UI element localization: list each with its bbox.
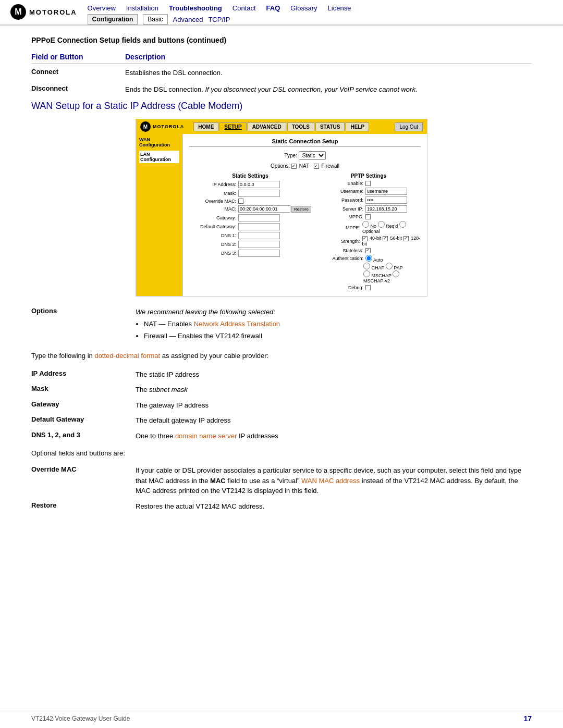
nav-overview[interactable]: Overview	[88, 4, 116, 12]
override-mac-checkbox[interactable]	[238, 199, 243, 204]
brand-name: MOTOROLA	[29, 8, 77, 16]
static-dns3-row: DNS 3:	[189, 250, 311, 257]
wan-mac-link[interactable]: WAN MAC address	[301, 477, 360, 485]
dns-label: DNS 1, 2, and 3	[31, 431, 136, 439]
options-italic: We recommend leaving the following selec…	[136, 308, 275, 316]
auth-mschap-radio[interactable]	[363, 270, 370, 277]
mppe-reqd-radio[interactable]	[378, 221, 385, 228]
router-btn-help[interactable]: HELP	[346, 122, 369, 131]
mppc-checkbox[interactable]	[365, 214, 371, 219]
nav-troubleshooting[interactable]: Troubleshooting	[169, 4, 222, 12]
motorola-m-icon: M	[10, 4, 26, 20]
footer-left: VT2142 Voice Gateway User Guide	[31, 715, 130, 722]
strength-40-checkbox[interactable]	[362, 236, 368, 241]
strength-options: 40-bit 56-bit 128-bit	[362, 236, 421, 246]
dns-row: DNS 1, 2, and 3 One to three domain name…	[31, 431, 532, 441]
pptp-auth-row: Authentication: Auto CHAP PAP MSCHAP	[316, 255, 421, 283]
firewall-checkbox[interactable]	[314, 164, 319, 169]
pptp-pass-label: Password:	[316, 198, 363, 203]
auth-row3: MSCHAP MSCHAP-v2	[363, 270, 421, 283]
sidebar-lan-config[interactable]: LAN Configuration	[139, 151, 179, 163]
static-dns3-input[interactable]	[238, 250, 280, 257]
nav-contact[interactable]: Contact	[232, 4, 256, 12]
router-logout-btn[interactable]: Log Out	[395, 122, 423, 131]
pptp-strength-row: Strength: 40-bit 56-bit 128-bit	[316, 236, 421, 246]
static-dns2-row: DNS 2:	[189, 241, 311, 248]
static-gateway-input[interactable]	[238, 214, 280, 221]
type-select[interactable]: Static	[299, 151, 326, 160]
pptp-enable-checkbox[interactable]	[365, 181, 371, 186]
dns-link[interactable]: domain name server	[175, 432, 237, 440]
stateless-checkbox[interactable]	[365, 248, 371, 253]
pptp-settings-title: PPTP Settings	[316, 173, 421, 179]
type-paragraph: Type the following in dotted-decimal for…	[31, 351, 532, 361]
strength-56-checkbox[interactable]	[383, 236, 388, 241]
debug-checkbox[interactable]	[365, 285, 371, 290]
auth-auto-radio[interactable]	[365, 255, 372, 262]
nav-tab-tcpip[interactable]: TCP/IP	[208, 16, 230, 23]
auth-chap-radio[interactable]	[363, 263, 370, 269]
static-dns3-label: DNS 3:	[189, 251, 236, 256]
router-btn-tools[interactable]: TOOLS	[287, 122, 314, 131]
pptp-user-input[interactable]	[365, 188, 407, 195]
auth-options: Auto	[365, 255, 383, 263]
static-ip-input[interactable]	[238, 181, 280, 188]
page-content: PPPoE Connection Setup fields and button…	[0, 26, 563, 540]
dns-desc: One to three domain name server IP addre…	[136, 431, 278, 441]
static-settings-title: Static Settings	[189, 173, 311, 179]
nav-faq[interactable]: FAQ	[266, 4, 280, 12]
nat-checkbox[interactable]	[291, 164, 297, 169]
static-dns2-input[interactable]	[238, 241, 280, 248]
nav-tab-advanced[interactable]: Advanced	[173, 16, 203, 23]
override-mac-row: Override MAC If your cable or DSL provid…	[31, 465, 532, 496]
field-table-header: Field or Button Description	[31, 53, 532, 64]
strength-128-checkbox[interactable]	[403, 236, 409, 241]
auth-pap-radio[interactable]	[386, 263, 393, 269]
gateway-row: Gateway The gateway IP address	[31, 400, 532, 411]
static-override-label: Override MAC:	[189, 199, 236, 204]
disconnect-desc-plain: Ends the DSL connection.	[125, 85, 205, 93]
override-mac-desc: If your cable or DSL provider associates…	[136, 465, 532, 496]
dotted-decimal-link[interactable]: dotted-decimal format	[94, 352, 160, 360]
auth-mschapv2-radio[interactable]	[393, 270, 399, 277]
mppe-optional-radio[interactable]	[399, 221, 406, 228]
nav-tab-configuration[interactable]: Configuration	[88, 14, 138, 24]
pptp-mppe-label: MPPE:	[316, 225, 360, 230]
nat-link[interactable]: Network Address Translation	[194, 320, 280, 328]
connect-desc: Establishes the DSL connection.	[125, 68, 223, 78]
router-screenshot: M MOTOROLA HOME SETUP ADVANCED TOOLS STA…	[136, 119, 427, 297]
static-mac-input[interactable]	[238, 205, 290, 213]
router-logo: M MOTOROLA	[140, 121, 184, 132]
nav-installation[interactable]: Installation	[126, 4, 158, 12]
mppe-no-radio[interactable]	[362, 221, 369, 228]
field-row-disconnect: Disconnect Ends the DSL connection. If y…	[31, 84, 532, 95]
nav-glossary[interactable]: Glossary	[290, 4, 317, 12]
gateway-desc: The gateway IP address	[136, 400, 209, 411]
router-btn-setup[interactable]: SETUP	[219, 122, 246, 131]
router-btn-status[interactable]: STATUS	[315, 122, 345, 131]
static-dns1-row: DNS 1:	[189, 232, 311, 239]
router-btn-home[interactable]: HOME	[193, 122, 218, 131]
mask-label: Mask	[31, 385, 136, 392]
static-mask-input[interactable]	[238, 190, 280, 197]
router-type-row: Type: Static	[189, 151, 421, 160]
pptp-debug-row: Debug:	[316, 285, 421, 290]
nat-label: NAT	[299, 163, 309, 169]
type-label: Type:	[284, 153, 297, 158]
pptp-server-input[interactable]	[365, 205, 407, 213]
static-dns1-input[interactable]	[238, 232, 280, 239]
options-label: Options:	[271, 163, 290, 169]
restore-label-text: Restore	[31, 501, 136, 509]
footer-right: 17	[523, 714, 532, 723]
router-m-icon: M	[140, 121, 151, 132]
router-btn-advanced[interactable]: ADVANCED	[248, 122, 286, 131]
sidebar-wan-config[interactable]: WAN Configuration	[139, 137, 179, 147]
mppe-options: No Req'd Optional	[362, 221, 421, 234]
pptp-pass-input[interactable]	[365, 196, 407, 204]
dns-desc-plain: One to three	[136, 432, 175, 440]
nav-license[interactable]: License	[328, 4, 351, 12]
static-defgw-input[interactable]	[238, 223, 280, 230]
pptp-mppc-label: MPPC:	[316, 214, 363, 219]
nav-tab-basic[interactable]: Basic	[143, 14, 167, 24]
router-restore-btn[interactable]: Restore	[291, 206, 311, 213]
